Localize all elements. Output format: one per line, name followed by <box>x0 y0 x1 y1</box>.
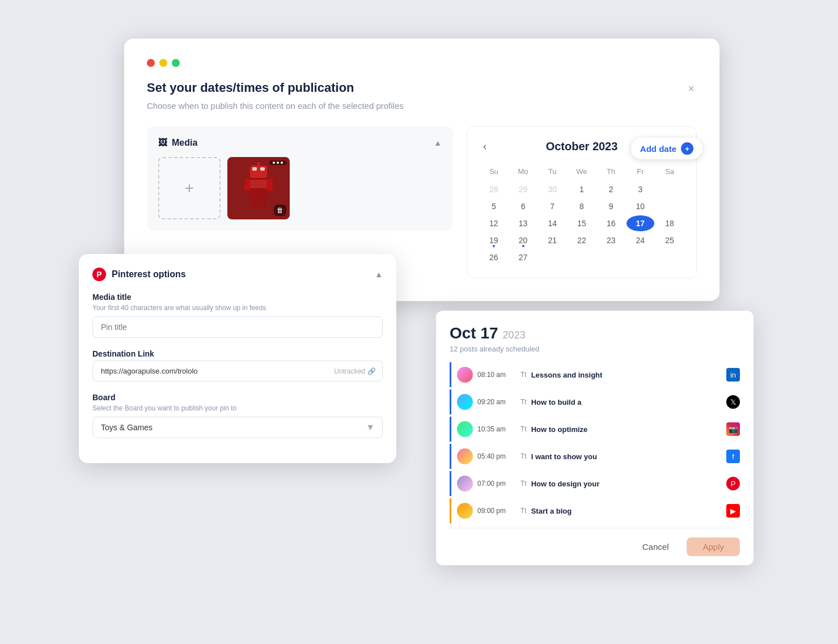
cal-day[interactable]: 25 <box>655 232 684 248</box>
cal-day[interactable]: 3 <box>627 181 655 197</box>
add-date-button[interactable]: Add date + <box>631 138 702 159</box>
cal-day[interactable]: 9 <box>597 198 625 214</box>
cal-day[interactable]: 26 <box>480 249 508 265</box>
svg-rect-1 <box>252 167 257 171</box>
image-menu[interactable] <box>269 160 286 165</box>
sched-time: 05:40 pm <box>477 452 516 460</box>
sched-time: 09:00 pm <box>477 507 516 515</box>
avatar <box>457 448 473 464</box>
scheduled-year: 2023 <box>503 329 526 341</box>
sched-text: How to optimize <box>531 425 722 434</box>
media-section-title: 🖼 Media <box>158 138 197 148</box>
cancel-button[interactable]: Cancel <box>631 537 680 556</box>
cal-day[interactable]: 18 <box>655 215 684 231</box>
cal-day[interactable]: 27 <box>509 249 537 265</box>
day-header-we: We <box>568 165 596 180</box>
cal-day[interactable]: 20 <box>509 232 537 248</box>
svg-rect-8 <box>250 180 267 188</box>
pinterest-panel: P Pinterest options ▲ Media title Your f… <box>79 254 396 463</box>
pinterest-logo: P <box>92 268 106 281</box>
text-type-icon: Tt <box>520 507 527 515</box>
text-type-icon: Tt <box>520 480 527 488</box>
svg-rect-7 <box>259 195 266 209</box>
modal-header: Set your dates/times of publication × <box>147 80 697 96</box>
list-item: 10:35 am Tt How to optimize 📷 <box>450 417 740 442</box>
cal-day[interactable]: 15 <box>568 215 596 231</box>
minimize-dot[interactable] <box>159 59 167 67</box>
cal-day[interactable]: 30 <box>538 181 566 197</box>
pinterest-icon: P <box>726 477 740 490</box>
sched-time: 08:10 am <box>477 371 516 379</box>
text-type-icon: Tt <box>520 371 527 379</box>
cal-day[interactable]: 29 <box>509 181 537 197</box>
cal-day[interactable]: 5 <box>480 198 508 214</box>
svg-rect-5 <box>267 179 273 191</box>
cal-day[interactable]: 21 <box>538 232 566 248</box>
cal-day[interactable]: 2 <box>597 181 625 197</box>
cal-day[interactable]: 10 <box>627 198 655 214</box>
facebook-icon: f <box>726 450 740 463</box>
cal-day[interactable]: 6 <box>509 198 537 214</box>
cal-day[interactable]: 8 <box>568 198 596 214</box>
linkedin-icon: in <box>726 368 740 382</box>
sched-time: 07:00 pm <box>477 480 516 488</box>
pin-title-input[interactable] <box>92 316 383 338</box>
prev-month-button[interactable]: ‹ <box>479 138 491 155</box>
maximize-dot[interactable] <box>172 59 180 67</box>
board-field-group: Board Select the Board you want to publi… <box>92 393 383 438</box>
sched-text: I want to show you <box>531 452 722 461</box>
board-select[interactable]: Toys & Games <box>92 417 383 438</box>
cal-day[interactable]: 7 <box>538 198 566 214</box>
svg-rect-2 <box>260 167 265 171</box>
avatar <box>457 394 473 410</box>
add-date-icon: + <box>681 142 693 155</box>
media-title-hint: Your first 40 characters are what usuall… <box>92 304 383 312</box>
cal-day[interactable]: 22 <box>568 232 596 248</box>
list-item: 07:00 pm Tt How to design your P <box>450 471 740 496</box>
apply-button[interactable]: Apply <box>687 537 740 556</box>
cal-day[interactable]: 23 <box>597 232 625 248</box>
cal-day[interactable]: 24 <box>627 232 655 248</box>
cal-day <box>655 198 684 214</box>
list-item: 08:10 am Tt Lessons and insight in <box>450 362 740 387</box>
pinterest-collapse-icon[interactable]: ▲ <box>375 270 383 279</box>
cal-day[interactable]: 12 <box>480 215 508 231</box>
destination-link-label: Destination Link <box>92 349 383 358</box>
close-dot[interactable] <box>147 59 155 67</box>
modal-subtitle: Choose when to publish this content on e… <box>147 101 697 111</box>
list-item: 09:00 pm Tt Start a blog ▶ <box>450 498 740 523</box>
scheduled-date-header: Oct 17 2023 <box>450 324 740 342</box>
day-header-fr: Fr <box>627 165 655 180</box>
scheduled-day: Oct 17 <box>450 324 498 342</box>
upload-placeholder[interactable]: + <box>158 157 221 219</box>
add-date-label: Add date <box>640 144 676 154</box>
cal-day <box>655 181 684 197</box>
day-header-su: Su <box>480 165 508 180</box>
cal-day[interactable]: 28 <box>480 181 508 197</box>
svg-rect-0 <box>250 166 267 178</box>
close-button[interactable]: × <box>685 80 697 96</box>
uploaded-image: 🗑 <box>227 157 290 219</box>
sched-text: How to build a <box>531 398 722 406</box>
board-label: Board <box>92 393 383 402</box>
board-hint: Select the Board you want to publish you… <box>92 404 383 412</box>
cal-day-selected[interactable]: 17 <box>627 215 655 231</box>
link-icon: 🔗 <box>367 367 376 375</box>
media-collapse-icon[interactable]: ▲ <box>434 138 442 147</box>
media-icon: 🖼 <box>158 138 167 148</box>
pinterest-panel-header: P Pinterest options ▲ <box>92 268 383 281</box>
cal-day[interactable]: 13 <box>509 215 537 231</box>
avatar <box>457 367 473 383</box>
sched-text: Lessons and insight <box>531 371 722 379</box>
destination-link-field-group: Destination Link Untracked 🔗 <box>92 349 383 382</box>
text-type-icon: Tt <box>520 452 527 460</box>
image-delete[interactable]: 🗑 <box>274 205 286 216</box>
cal-day[interactable]: 19 <box>480 232 508 248</box>
cal-day[interactable]: 16 <box>597 215 625 231</box>
cal-day[interactable]: 1 <box>568 181 596 197</box>
twitter-icon: 𝕏 <box>726 395 740 409</box>
calendar-grid: Su Mo Tu We Th Fr Sa 28 <box>479 164 685 266</box>
youtube-icon: ▶ <box>726 504 740 518</box>
section-header: 🖼 Media ▲ <box>158 138 442 148</box>
cal-day[interactable]: 14 <box>538 215 566 231</box>
